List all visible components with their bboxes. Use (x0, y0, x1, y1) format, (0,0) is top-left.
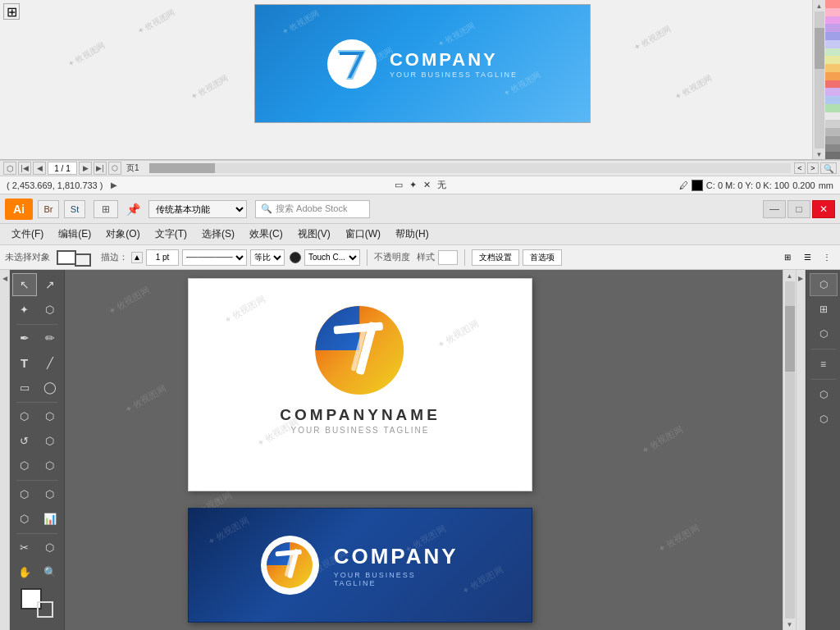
palette-color-18[interactable] (825, 136, 840, 144)
right-collapse-btn[interactable]: ▶ (796, 270, 806, 630)
palette-color-3[interactable] (825, 16, 840, 25)
scale-tool-btn[interactable]: ⬡ (38, 429, 62, 452)
canvas-vscroll-up[interactable]: ▲ (784, 270, 796, 281)
width-tool-btn[interactable]: ⬡ (38, 454, 62, 477)
color-palette-strip[interactable] (825, 0, 840, 160)
preferences-btn[interactable]: 首选项 (523, 249, 562, 266)
workspace-select[interactable]: 传统基本功能 (148, 200, 247, 218)
grid-view-btn[interactable]: ⊞ (94, 200, 118, 218)
pencil-tool-btn[interactable]: ✏ (38, 326, 62, 349)
zoom-tool-btn[interactable]: 🔍 (38, 560, 62, 583)
zoom-out-btn[interactable]: < (794, 162, 806, 174)
palette-color-16[interactable] (825, 120, 840, 128)
palette-color-5[interactable] (825, 32, 840, 40)
blend-tool-btn[interactable]: ⬡ (12, 507, 37, 530)
restore-btn[interactable]: □ (788, 200, 810, 218)
palette-color-8[interactable] (825, 56, 840, 64)
vscroll-thumb[interactable] (815, 28, 824, 69)
ellipse-tool-btn[interactable]: ◯ (38, 376, 62, 399)
page-last-btn[interactable]: ▶| (94, 162, 107, 175)
palette-color-9[interactable] (825, 64, 840, 72)
palette-color-6[interactable] (825, 40, 840, 48)
ruler-icon[interactable]: ⊞ (3, 3, 20, 20)
page-new-btn[interactable]: ⬡ (108, 162, 121, 175)
stroke-color-swatch[interactable] (37, 601, 53, 618)
right-vscrollbar[interactable]: ▲ ▼ (812, 0, 825, 160)
align-left-btn[interactable]: ⊞ (779, 249, 796, 266)
palette-color-13[interactable] (825, 96, 840, 104)
page-number-input[interactable] (48, 162, 77, 175)
menu-file[interactable]: 文件(F) (5, 226, 50, 243)
st-icon[interactable]: St (64, 200, 85, 218)
line-style-select[interactable]: ──────── (182, 249, 247, 266)
appearance-btn[interactable]: ⬡ (810, 383, 838, 406)
left-collapse-btn[interactable]: ◀ (0, 270, 10, 630)
h-scrollbar-thumb[interactable] (149, 163, 215, 173)
pin-icon[interactable]: 📌 (126, 203, 140, 216)
scissors-btn[interactable]: ✂ (12, 536, 37, 559)
menu-help[interactable]: 帮助(H) (389, 226, 436, 243)
eyedropper-btn[interactable]: ⬡ (38, 482, 62, 505)
align-right-btn[interactable]: ☰ (799, 249, 815, 266)
canvas-vscroll-down[interactable]: ▼ (784, 619, 796, 630)
palette-color-20[interactable] (825, 152, 840, 160)
adobe-stock-search[interactable]: 🔍 搜索 Adobe Stock (255, 200, 370, 218)
canvas-vscrollbar[interactable]: ▲ ▼ (783, 270, 796, 630)
stroke-size-input[interactable] (146, 249, 179, 266)
page-nav-new[interactable]: ⬡ (3, 162, 16, 175)
magic-wand-btn[interactable]: ✦ (12, 298, 37, 321)
scale-select[interactable]: 等比 (250, 249, 285, 266)
selection-tool-btn[interactable]: ↖ (12, 273, 37, 296)
hand-tool-btn[interactable]: ✋ (12, 560, 37, 583)
menu-effect[interactable]: 效果(C) (243, 226, 290, 243)
doc-settings-btn[interactable]: 文档设置 (472, 249, 519, 266)
page-prev-btn[interactable]: ◀ (33, 162, 46, 175)
menu-window[interactable]: 窗口(W) (339, 226, 387, 243)
menu-type[interactable]: 文字(T) (148, 226, 194, 243)
more-options-btn[interactable]: ⋮ (819, 249, 835, 266)
color-panel-btn[interactable]: ⬡ (810, 408, 838, 431)
palette-color-15[interactable] (825, 112, 840, 121)
vscroll-up-btn[interactable]: ▲ (814, 0, 825, 11)
brush-tool-btn[interactable]: ⬡ (12, 404, 37, 427)
br-icon[interactable]: Br (38, 200, 59, 218)
transform-panel-btn[interactable]: ⬡ (810, 273, 838, 296)
palette-color-2[interactable] (825, 8, 840, 16)
menu-edit[interactable]: 编辑(E) (52, 226, 98, 243)
type-tool-btn[interactable]: T (12, 351, 37, 374)
page-first-btn[interactable]: |◀ (18, 162, 31, 175)
rect-tool-btn[interactable]: ▭ (12, 376, 37, 399)
lasso-btn[interactable]: ⬡ (38, 298, 62, 321)
palette-color-17[interactable] (825, 128, 840, 136)
menu-view[interactable]: 视图(V) (291, 226, 337, 243)
blob-brush-btn[interactable]: ⬡ (38, 404, 62, 427)
palette-color-19[interactable] (825, 144, 840, 153)
direct-selection-tool-btn[interactable]: ↗ (38, 273, 62, 296)
fill-swatch[interactable] (57, 250, 76, 265)
align-panel-btn[interactable]: ⊞ (810, 298, 838, 321)
pathfinder-btn[interactable]: ⬡ (810, 322, 838, 345)
stroke-swatch[interactable] (75, 253, 91, 267)
h-scrollbar-track[interactable] (149, 163, 791, 173)
palette-color-10[interactable] (825, 72, 840, 80)
warp-tool-btn[interactable]: ⬡ (12, 454, 37, 477)
palette-color-14[interactable] (825, 104, 840, 112)
line-tool-btn[interactable]: ╱ (38, 351, 62, 374)
zoom-in-btn[interactable]: > (807, 162, 819, 174)
rotate-tool-btn[interactable]: ↺ (12, 429, 37, 452)
page-next-btn[interactable]: ▶ (79, 162, 92, 175)
palette-color-1[interactable] (825, 0, 840, 8)
palette-color-4[interactable] (825, 24, 840, 32)
zoom-mag-btn[interactable]: 🔍 (820, 162, 837, 174)
palette-color-7[interactable] (825, 48, 840, 57)
chart-tool-btn[interactable]: 📊 (38, 507, 62, 530)
touch-select[interactable]: Touch C... (304, 249, 360, 266)
palette-color-12[interactable] (825, 88, 840, 96)
vscroll-down-btn[interactable]: ▼ (814, 148, 825, 160)
layers-btn[interactable]: ≡ (810, 353, 838, 376)
minimize-btn[interactable]: — (763, 200, 786, 218)
close-btn[interactable]: ✕ (812, 200, 835, 218)
eraser-btn[interactable]: ⬡ (38, 536, 62, 559)
canvas-vscroll-thumb[interactable] (785, 306, 795, 372)
style-swatch[interactable] (438, 250, 458, 265)
